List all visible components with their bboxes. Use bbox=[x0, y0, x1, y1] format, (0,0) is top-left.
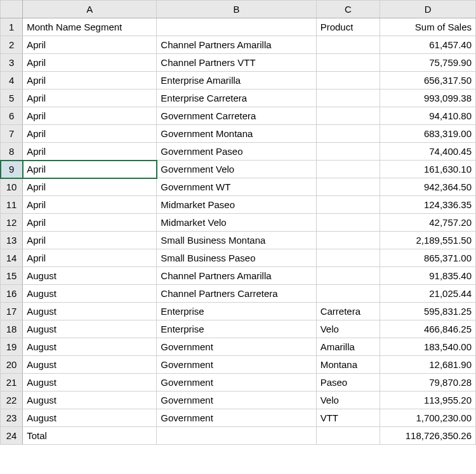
cell-B4[interactable]: Enterprise Amarilla bbox=[157, 72, 316, 89]
row-header[interactable]: 11 bbox=[1, 196, 23, 214]
row-header[interactable]: 17 bbox=[1, 303, 23, 320]
cell-C9[interactable] bbox=[316, 161, 380, 178]
cell-D1[interactable]: Sum of Sales bbox=[380, 18, 476, 36]
cell-B17[interactable]: Enterprise bbox=[157, 303, 316, 320]
row-header[interactable]: 8 bbox=[1, 143, 23, 161]
cell-B2[interactable]: Channel Partners Amarilla bbox=[157, 36, 316, 54]
row-header[interactable]: 13 bbox=[1, 232, 23, 249]
cell-D18[interactable]: 466,846.25 bbox=[380, 320, 476, 338]
row-header[interactable]: 12 bbox=[1, 214, 23, 232]
cell-C10[interactable] bbox=[316, 178, 380, 196]
cell-C12[interactable] bbox=[316, 214, 380, 232]
cell-A2[interactable]: April bbox=[23, 36, 157, 54]
row-header[interactable]: 19 bbox=[1, 338, 23, 356]
cell-A12[interactable]: April bbox=[23, 214, 157, 232]
cell-D14[interactable]: 865,371.00 bbox=[380, 249, 476, 267]
cell-B10[interactable]: Government WT bbox=[157, 178, 316, 196]
cell-C3[interactable] bbox=[316, 54, 380, 72]
cell-B11[interactable]: Midmarket Paseo bbox=[157, 196, 316, 214]
cell-C20[interactable]: Montana bbox=[316, 356, 380, 374]
row-header[interactable]: 10 bbox=[1, 178, 23, 196]
cell-B15[interactable]: Channel Partners Amarilla bbox=[157, 267, 316, 285]
cell-A20[interactable]: August bbox=[23, 356, 157, 374]
cell-D15[interactable]: 91,835.40 bbox=[380, 267, 476, 285]
cell-D24[interactable]: 118,726,350.26 bbox=[380, 427, 476, 445]
cell-D8[interactable]: 74,400.45 bbox=[380, 143, 476, 161]
row-header[interactable]: 21 bbox=[1, 374, 23, 392]
cell-C5[interactable] bbox=[316, 89, 380, 107]
cell-A1[interactable]: Month Name Segment bbox=[23, 18, 157, 36]
cell-A13[interactable]: April bbox=[23, 232, 157, 249]
cell-B13[interactable]: Small Business Montana bbox=[157, 232, 316, 249]
cell-A9[interactable]: April bbox=[23, 161, 157, 178]
cell-D7[interactable]: 683,319.00 bbox=[380, 125, 476, 143]
cell-B18[interactable]: Enterprise bbox=[157, 320, 316, 338]
cell-D6[interactable]: 94,410.80 bbox=[380, 107, 476, 125]
row-header[interactable]: 6 bbox=[1, 107, 23, 125]
cell-C11[interactable] bbox=[316, 196, 380, 214]
cell-C19[interactable]: Amarilla bbox=[316, 338, 380, 356]
row-header[interactable]: 1 bbox=[1, 18, 23, 36]
cell-C24[interactable] bbox=[316, 427, 380, 445]
cell-A14[interactable]: April bbox=[23, 249, 157, 267]
cell-A15[interactable]: August bbox=[23, 267, 157, 285]
row-header[interactable]: 3 bbox=[1, 54, 23, 72]
cell-A8[interactable]: April bbox=[23, 143, 157, 161]
cell-B1[interactable] bbox=[157, 18, 316, 36]
cell-A21[interactable]: August bbox=[23, 374, 157, 392]
cell-D22[interactable]: 113,955.20 bbox=[380, 392, 476, 409]
cell-D11[interactable]: 124,336.35 bbox=[380, 196, 476, 214]
cell-C7[interactable] bbox=[316, 125, 380, 143]
cell-A4[interactable]: April bbox=[23, 72, 157, 89]
cell-C13[interactable] bbox=[316, 232, 380, 249]
cell-A18[interactable]: August bbox=[23, 320, 157, 338]
row-header[interactable]: 14 bbox=[1, 249, 23, 267]
cell-B8[interactable]: Government Paseo bbox=[157, 143, 316, 161]
cell-C16[interactable] bbox=[316, 285, 380, 303]
cell-A11[interactable]: April bbox=[23, 196, 157, 214]
cell-A17[interactable]: August bbox=[23, 303, 157, 320]
col-header-C[interactable]: C bbox=[316, 1, 380, 18]
cell-C6[interactable] bbox=[316, 107, 380, 125]
cell-A3[interactable]: April bbox=[23, 54, 157, 72]
cell-A19[interactable]: August bbox=[23, 338, 157, 356]
cell-B19[interactable]: Government bbox=[157, 338, 316, 356]
cell-B24[interactable] bbox=[157, 427, 316, 445]
row-header[interactable]: 22 bbox=[1, 392, 23, 409]
row-header[interactable]: 18 bbox=[1, 320, 23, 338]
row-header[interactable]: 2 bbox=[1, 36, 23, 54]
cell-C8[interactable] bbox=[316, 143, 380, 161]
row-header[interactable]: 15 bbox=[1, 267, 23, 285]
cell-A22[interactable]: August bbox=[23, 392, 157, 409]
cell-D16[interactable]: 21,025.44 bbox=[380, 285, 476, 303]
cell-A6[interactable]: April bbox=[23, 107, 157, 125]
cell-C4[interactable] bbox=[316, 72, 380, 89]
cell-D2[interactable]: 61,457.40 bbox=[380, 36, 476, 54]
cell-C22[interactable]: Velo bbox=[316, 392, 380, 409]
row-header[interactable]: 24 bbox=[1, 427, 23, 445]
cell-C17[interactable]: Carretera bbox=[316, 303, 380, 320]
cell-C1[interactable]: Product bbox=[316, 18, 380, 36]
col-header-A[interactable]: A bbox=[23, 1, 157, 18]
row-header[interactable]: 5 bbox=[1, 89, 23, 107]
row-header[interactable]: 23 bbox=[1, 409, 23, 427]
row-header[interactable]: 20 bbox=[1, 356, 23, 374]
cell-D17[interactable]: 595,831.25 bbox=[380, 303, 476, 320]
cell-D20[interactable]: 12,681.90 bbox=[380, 356, 476, 374]
cell-B14[interactable]: Small Business Paseo bbox=[157, 249, 316, 267]
cell-B21[interactable]: Government bbox=[157, 374, 316, 392]
cell-B3[interactable]: Channel Partners VTT bbox=[157, 54, 316, 72]
cell-C2[interactable] bbox=[316, 36, 380, 54]
cell-A5[interactable]: April bbox=[23, 89, 157, 107]
cell-B6[interactable]: Government Carretera bbox=[157, 107, 316, 125]
select-all-corner[interactable] bbox=[1, 1, 23, 18]
cell-D13[interactable]: 2,189,551.50 bbox=[380, 232, 476, 249]
cell-B23[interactable]: Government bbox=[157, 409, 316, 427]
cell-B12[interactable]: Midmarket Velo bbox=[157, 214, 316, 232]
cell-D21[interactable]: 79,870.28 bbox=[380, 374, 476, 392]
cell-B5[interactable]: Enterprise Carretera bbox=[157, 89, 316, 107]
cell-D19[interactable]: 183,540.00 bbox=[380, 338, 476, 356]
cell-B9[interactable]: Government Velo bbox=[157, 161, 316, 178]
cell-D9[interactable]: 161,630.10 bbox=[380, 161, 476, 178]
cell-C18[interactable]: Velo bbox=[316, 320, 380, 338]
